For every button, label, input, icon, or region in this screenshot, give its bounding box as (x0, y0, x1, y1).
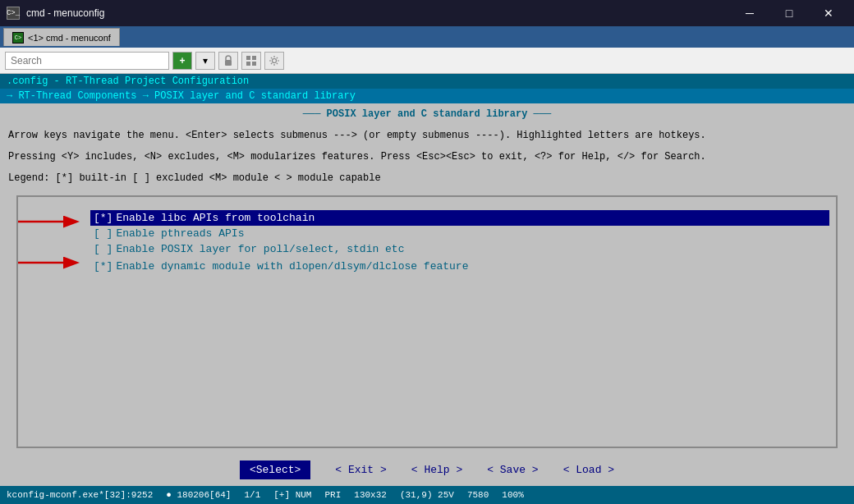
svg-rect-3 (246, 62, 250, 66)
bottom-bar: <Select> < Exit > < Help > < Save > < Lo… (0, 453, 854, 486)
breadcrumb-2: → RT-Thread Components → POSIX layer and… (0, 89, 854, 103)
menu-area: [*] Enable libc APIs from toolchain [ ] … (0, 190, 854, 453)
item4-bracket: [*] (94, 260, 112, 273)
status-process: kconfig-mconf.exe*[32]:9252 (7, 490, 153, 500)
menu-item-1[interactable]: [*] Enable libc APIs from toolchain (90, 210, 829, 226)
menu-item-3[interactable]: [ ] Enable POSIX layer for poll/select, … (90, 241, 829, 257)
status-info8: 100% (502, 490, 523, 500)
info-line-2: Pressing <Y> includes, <N> excludes, <M>… (8, 146, 846, 167)
add-button[interactable]: + (172, 52, 192, 70)
item1-bracket: [*] (94, 212, 112, 224)
status-info4: PRI (324, 490, 341, 500)
title-bar-left: C>_ cmd - menuconfig (7, 7, 104, 20)
tab-label: <1> cmd - menuconf (28, 33, 111, 43)
item2-bracket: [ ] (94, 227, 112, 240)
load-button[interactable]: < Load > (563, 464, 614, 476)
dropdown-button[interactable]: ▾ (195, 52, 215, 70)
tab-1[interactable]: C> <1> cmd - menuconf (3, 28, 120, 46)
tab-icon: C> (12, 32, 24, 44)
toolbar: + ▾ (0, 48, 854, 74)
menu-items-container: [*] Enable libc APIs from toolchain [ ] … (90, 210, 829, 274)
item4-label: Enable dynamic module with dlopen/dlsym/… (116, 260, 468, 273)
status-info6: (31,9) 25V (400, 490, 454, 500)
breadcrumb-1-text: .config - RT-Thread Project Configuratio… (7, 76, 249, 87)
info-line-1: Arrow keys navigate the menu. <Enter> se… (8, 125, 846, 146)
save-button[interactable]: < Save > (487, 464, 538, 476)
status-bar: kconfig-mconf.exe*[32]:9252 ● 180206[64]… (0, 486, 854, 504)
exit-button[interactable]: < Exit > (335, 464, 386, 476)
item1-label: Enable libc APIs from toolchain (116, 212, 315, 224)
breadcrumb-2-text: → RT-Thread Components → POSIX layer and… (7, 90, 356, 102)
status-info7: 7580 (467, 490, 489, 500)
close-button[interactable]: ✕ (810, 1, 847, 25)
item2-label: Enable pthreads APIs (116, 227, 244, 240)
menu-item-2[interactable]: [ ] Enable pthreads APIs (90, 226, 829, 241)
cmd-icon: C>_ (7, 7, 20, 20)
select-button[interactable]: <Select> (240, 460, 310, 479)
lock-button[interactable] (218, 52, 238, 70)
grid-button[interactable] (241, 52, 261, 70)
settings-icon (269, 55, 280, 66)
item3-bracket: [ ] (94, 243, 112, 255)
svg-rect-2 (252, 56, 256, 60)
svg-rect-4 (252, 62, 256, 66)
status-info2: 1/1 (244, 490, 260, 500)
menu-title: ─── POSIX layer and C standard library ─… (303, 108, 551, 120)
menu-title-container: ─── POSIX layer and C standard library ─… (0, 103, 854, 123)
svg-rect-1 (246, 56, 250, 60)
svg-rect-0 (225, 60, 232, 66)
svg-point-5 (273, 58, 277, 62)
search-input[interactable] (5, 52, 169, 70)
grid-icon (246, 56, 256, 66)
help-button[interactable]: < Help > (411, 464, 462, 476)
item3-label: Enable POSIX layer for poll/select, stdi… (116, 243, 404, 255)
breadcrumb-1: .config - RT-Thread Project Configuratio… (0, 74, 854, 89)
minimize-button[interactable]: ─ (731, 1, 769, 25)
window-controls: ─ □ ✕ (731, 1, 847, 25)
settings-button[interactable] (264, 52, 284, 70)
status-info1: ● 180206[64] (166, 490, 231, 500)
tab-bar: C> <1> cmd - menuconf (0, 26, 854, 48)
menu-item-4[interactable]: [*] Enable dynamic module with dlopen/dl… (90, 259, 829, 274)
lock-icon (223, 55, 233, 66)
info-line-3: Legend: [*] built-in [ ] excluded <M> mo… (8, 167, 846, 189)
menu-box: [*] Enable libc APIs from toolchain [ ] … (16, 195, 838, 448)
status-info3: [+] NUM (273, 490, 311, 500)
info-area: Arrow keys navigate the menu. <Enter> se… (0, 123, 854, 190)
title-bar: C>_ cmd - menuconfig ─ □ ✕ (0, 0, 854, 26)
maximize-button[interactable]: □ (770, 1, 808, 25)
title-bar-title: cmd - menuconfig (26, 7, 104, 19)
status-info5: 130x32 (354, 490, 387, 500)
